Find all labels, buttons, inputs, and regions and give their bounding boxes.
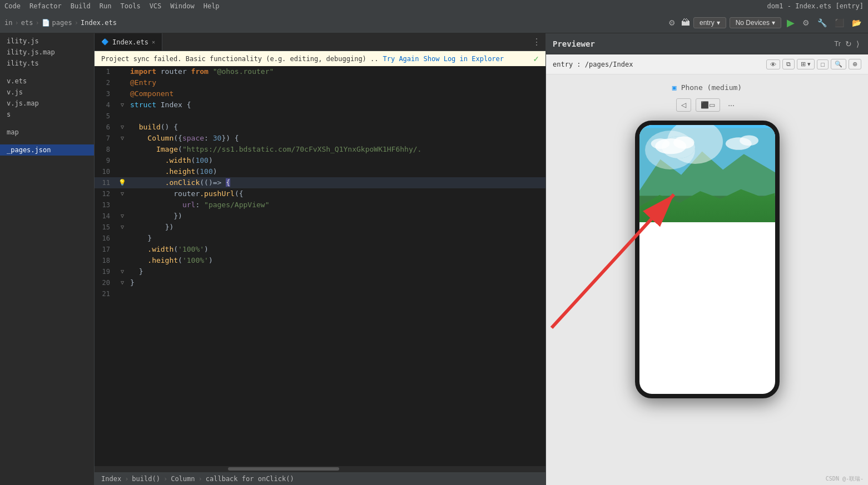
breadcrumb-file: Index.ets	[81, 19, 117, 27]
tab-index-ets[interactable]: 🔷 Index.ets ✕	[95, 33, 162, 51]
show-log-link[interactable]: Show Log in Explorer	[424, 55, 504, 63]
code-line-8: 8 Image("https://ss1.bdstatic.com/70cFvX…	[95, 144, 545, 155]
code-line-14: 14 ▽ })	[95, 211, 545, 222]
line-num-20: 20	[95, 277, 117, 288]
no-devices-dropdown[interactable]: No Devices ▾	[730, 17, 781, 28]
line-gutter-10	[117, 166, 128, 177]
line-num-12: 12	[95, 188, 117, 199]
fold-arrow-4[interactable]: ▽	[121, 99, 124, 111]
svg-rect-2	[639, 196, 775, 219]
preview-path: entry : /pages/Index	[553, 61, 762, 68]
horizontal-scrollbar[interactable]	[95, 466, 545, 472]
status-callback[interactable]: callback for onClick()	[206, 475, 294, 483]
sidebar-item-ility-js[interactable]: ility.js	[0, 36, 94, 47]
fold-arrow-12[interactable]: ▽	[121, 188, 124, 199]
fold-arrow-7[interactable]: ▽	[121, 133, 124, 144]
code-lines: 1 import router from "@ohos.router" 2 @E…	[95, 66, 545, 466]
preview-rect-btn[interactable]: □	[817, 59, 829, 69]
fold-arrow-19[interactable]: ▽	[121, 266, 124, 277]
line-num-1: 1	[95, 66, 117, 77]
preview-settings-btn[interactable]: ⟩	[854, 38, 861, 49]
bulb-icon-11[interactable]: 💡	[118, 177, 126, 188]
sidebar-item-ility-js-map[interactable]: ility.js.map	[0, 47, 94, 58]
preview-refresh-btn[interactable]: ↻	[843, 38, 854, 49]
fold-arrow-20[interactable]: ▽	[121, 277, 124, 288]
sidebar-item-s[interactable]: s	[0, 109, 94, 120]
line-content-17: .width('100%')	[128, 244, 545, 255]
menu-window[interactable]: Window	[170, 2, 194, 10]
tab-more-options[interactable]: ⋮	[528, 37, 545, 47]
phone-back-btn[interactable]: ◁	[676, 98, 691, 112]
fold-arrow-6[interactable]: ▽	[121, 122, 124, 133]
fold-arrow-14[interactable]: ▽	[121, 211, 124, 222]
window-title: dom1 - Index.ets [entry]	[767, 2, 864, 10]
phone-rotate-btn[interactable]: ⬛▭	[696, 98, 720, 112]
preview-image-svg	[639, 125, 775, 222]
line-num-15: 15	[95, 222, 117, 233]
menu-run[interactable]: Run	[100, 2, 112, 10]
menu-tools[interactable]: Tools	[121, 2, 141, 10]
line-gutter-18	[117, 255, 128, 266]
sync-checkmark: ✓	[533, 53, 539, 64]
status-index[interactable]: Index	[101, 475, 121, 483]
line-content-5	[128, 111, 545, 122]
preview-font-btn[interactable]: Tr	[832, 38, 843, 49]
run-button[interactable]: ▶	[785, 16, 797, 30]
settings-button[interactable]: ⚙	[666, 17, 678, 28]
sidebar-item-v-js[interactable]: v.js	[0, 87, 94, 98]
sidebar-item-pages-json[interactable]: _pages.json	[0, 144, 94, 156]
line-gutter-16	[117, 233, 128, 244]
line-content-20: }	[128, 277, 545, 288]
preview-grid-btn[interactable]: ⊞ ▾	[797, 59, 815, 69]
menu-code[interactable]: Code	[4, 2, 21, 10]
code-line-20: 20 ▽ }	[95, 277, 545, 288]
menu-vcs[interactable]: VCS	[150, 2, 162, 10]
status-column[interactable]: Column	[171, 475, 195, 483]
line-content-18: .height('100%')	[128, 255, 545, 266]
sidebar: ility.js ility.js.map ility.ts v.ets v.j…	[0, 33, 95, 485]
preview-panel: Previewer Tr ↻ ⟩ entry : /pages/Index 👁 …	[545, 33, 868, 485]
preview-layers-btn[interactable]: ⧉	[782, 59, 795, 69]
preview-zoom-in-btn[interactable]: ⊕	[849, 59, 861, 69]
debug-button[interactable]: 🔧	[815, 17, 829, 28]
preview-zoom-out-btn[interactable]: 🔍	[831, 59, 846, 69]
phone-controls: ◁ ⬛▭ ···	[676, 98, 738, 112]
line-num-3: 3	[95, 88, 117, 99]
sidebar-item-ility-ts[interactable]: ility.ts	[0, 58, 94, 69]
open-button[interactable]: 📂	[850, 17, 864, 28]
code-line-9: 9 .width(100)	[95, 155, 545, 166]
phone-side-button	[778, 192, 780, 214]
stop-button[interactable]: ⬛	[832, 17, 846, 28]
build-button[interactable]: ⚙	[800, 17, 812, 28]
status-build[interactable]: build()	[132, 475, 160, 483]
svg-point-3	[665, 201, 748, 217]
line-content-6: build() {	[128, 122, 545, 133]
line-gutter-9	[117, 155, 128, 166]
entry-dropdown[interactable]: entry ▾	[693, 17, 726, 28]
code-editor[interactable]: 1 import router from "@ohos.router" 2 @E…	[95, 66, 545, 466]
line-content-11: .onClick(()=> {	[128, 177, 545, 188]
code-line-18: 18 .height('100%')	[95, 255, 545, 266]
sidebar-item-v-js-map[interactable]: v.js.map	[0, 98, 94, 109]
code-line-17: 17 .width('100%')	[95, 244, 545, 255]
svg-marker-1	[639, 152, 775, 219]
fold-arrow-15[interactable]: ▽	[121, 222, 124, 233]
menu-build[interactable]: Build	[71, 2, 91, 10]
menu-refactor[interactable]: Refactor	[29, 2, 62, 10]
phone-image	[639, 125, 775, 222]
code-line-5: 5	[95, 111, 545, 122]
tab-close-button[interactable]: ✕	[152, 39, 155, 45]
menu-help[interactable]: Help	[204, 2, 220, 10]
preview-content: ▣ Phone (medium) ◁ ⬛▭ ···	[546, 74, 868, 485]
sidebar-item-map[interactable]: map	[0, 127, 94, 138]
status-bar: Index › build() › Column › callback for …	[95, 472, 545, 485]
sidebar-item-v-ets[interactable]: v.ets	[0, 76, 94, 87]
scroll-thumb[interactable]	[228, 467, 339, 471]
line-gutter-1	[117, 66, 128, 77]
try-again-link[interactable]: Try Again	[383, 55, 419, 63]
phone-more-options-btn[interactable]: ···	[725, 98, 738, 112]
line-num-19: 19	[95, 266, 117, 277]
line-gutter-21	[117, 288, 128, 299]
line-gutter-3	[117, 88, 128, 99]
preview-icon-view-btn[interactable]: 👁	[766, 59, 780, 69]
